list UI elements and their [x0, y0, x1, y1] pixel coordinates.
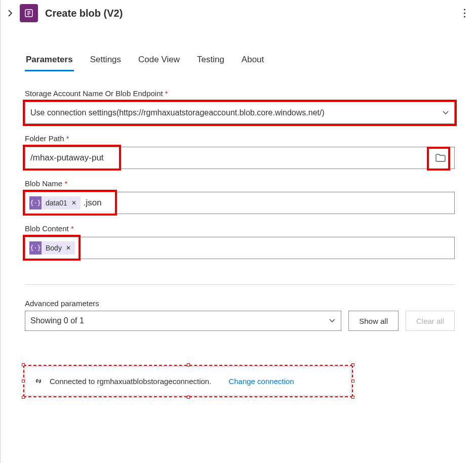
clear-all-button: Clear all	[406, 311, 455, 331]
chevron-right-icon[interactable]	[8, 9, 13, 17]
storage-account-label: Storage Account Name Or Blob Endpoint *	[25, 89, 455, 98]
advanced-parameters-dropdown[interactable]: Showing 0 of 1	[25, 311, 341, 331]
blob-name-input[interactable]: {·} data01 ✕ .json	[25, 192, 455, 214]
advanced-parameters-value: Showing 0 of 1	[30, 316, 329, 325]
divider	[25, 284, 455, 285]
more-menu-icon[interactable]	[460, 8, 469, 18]
blob-content-input[interactable]: {·} Body ✕	[25, 237, 455, 259]
blob-name-label: Blob Name *	[25, 179, 455, 188]
storage-account-value: Use connection settings(https://rgmhaxua…	[30, 108, 442, 117]
connection-status-text: Connected to rgmhaxuatblobstorageconnect…	[50, 377, 211, 386]
chevron-down-icon	[442, 110, 449, 115]
tab-about[interactable]: About	[241, 52, 265, 71]
folder-path-label: Folder Path *	[25, 134, 455, 143]
tab-testing[interactable]: Testing	[196, 52, 225, 71]
connection-status-bar: Connected to rgmhaxuatblobstorageconnect…	[25, 366, 351, 396]
tab-bar: Parameters Settings Code View Testing Ab…	[25, 52, 455, 72]
folder-path-value: /mhax-putaway-put	[30, 153, 104, 163]
folder-picker-button[interactable]	[432, 153, 449, 162]
advanced-parameters-label: Advanced parameters	[25, 299, 455, 308]
token-remove-icon[interactable]: ✕	[70, 199, 81, 206]
folder-path-input[interactable]: /mhax-putaway-put	[25, 147, 455, 169]
svg-point-1	[464, 9, 465, 10]
link-icon	[33, 376, 44, 386]
tab-settings[interactable]: Settings	[89, 52, 122, 71]
svg-point-2	[464, 12, 465, 14]
expression-icon: {·}	[29, 241, 42, 255]
expression-icon: {·}	[29, 196, 42, 209]
blob-content-label: Blob Content *	[25, 224, 455, 233]
chevron-down-icon	[329, 318, 336, 323]
blob-content-token[interactable]: {·} Body ✕	[29, 241, 75, 255]
svg-point-3	[464, 16, 465, 17]
panel-title: Create blob (V2)	[45, 8, 123, 19]
tab-parameters[interactable]: Parameters	[25, 52, 74, 71]
blob-name-token[interactable]: {·} data01 ✕	[29, 196, 81, 209]
storage-account-select[interactable]: Use connection settings(https://rgmhaxua…	[25, 102, 455, 124]
token-remove-icon[interactable]: ✕	[65, 244, 75, 251]
change-connection-link[interactable]: Change connection	[228, 377, 294, 386]
show-all-button[interactable]: Show all	[348, 311, 399, 331]
blob-action-icon	[20, 4, 38, 22]
blob-name-suffix: .json	[84, 198, 102, 208]
tab-code-view[interactable]: Code View	[137, 52, 181, 71]
